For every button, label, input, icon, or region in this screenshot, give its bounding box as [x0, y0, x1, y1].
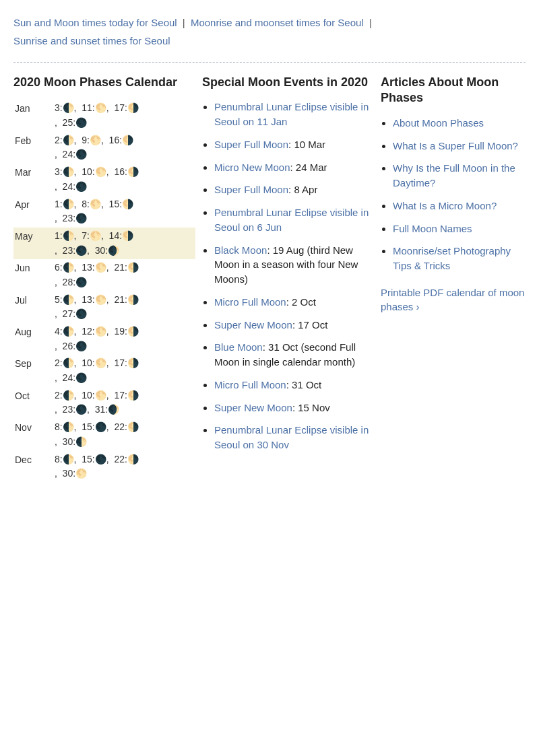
event-link[interactable]: Blue Moon	[214, 341, 263, 353]
event-link[interactable]: Penumbral Lunar Eclipse visible in Seoul…	[214, 101, 369, 127]
month-jul: Jul	[13, 291, 53, 323]
phases-dec: 8:🌓, 15:🌑, 22:🌗, 30:🌕	[53, 451, 195, 483]
list-item: Penumbral Lunar Eclipse visible in Seoul…	[214, 205, 374, 235]
phases-table: Jan 3:🌓, 11:🌕, 17:🌗, 25:🌑 Feb 2:🌓, 9:🌕, …	[13, 100, 195, 483]
month-may: May	[13, 228, 53, 259]
list-item: Moonrise/set Photography Tips & Tricks	[393, 244, 526, 273]
special-moon-events: Special Moon Events in 2020 Penumbral Lu…	[202, 75, 374, 460]
list-item: Blue Moon: 31 Oct (second Full Moon in s…	[214, 340, 374, 370]
phases-nov: 8:🌓, 15:🌑, 22:🌗, 30:🌓	[53, 419, 195, 450]
article-link-photography[interactable]: Moonrise/set Photography Tips & Tricks	[393, 245, 511, 271]
table-row: Jul 5:🌓, 13:🌕, 21:🌗, 27:🌑	[13, 291, 195, 323]
event-link[interactable]: Micro Full Moon	[214, 379, 286, 390]
calendar-title: 2020 Moon Phases Calendar	[13, 75, 195, 90]
list-item: Micro Full Moon: 2 Oct	[214, 295, 374, 310]
phases-apr: 1:🌓, 8:🌕, 15:🌗, 23:🌑	[53, 196, 195, 228]
table-row: Aug 4:🌓, 12:🌕, 19:🌗, 26:🌑	[13, 323, 195, 355]
month-jun: Jun	[13, 259, 53, 291]
event-link[interactable]: Super New Moon	[214, 319, 292, 331]
articles-title: Articles About Moon Phases	[381, 75, 526, 106]
top-link-sunrise[interactable]: Sunrise and sunset times for Seoul	[13, 35, 170, 46]
month-apr: Apr	[13, 196, 53, 228]
table-row: Dec 8:🌓, 15:🌑, 22:🌗, 30:🌕	[13, 451, 195, 483]
month-sep: Sep	[13, 355, 53, 386]
article-link-daytime[interactable]: Why Is the Full Moon in the Daytime?	[393, 162, 515, 188]
article-link-names[interactable]: Full Moon Names	[393, 223, 472, 234]
list-item: Full Moon Names	[393, 221, 526, 236]
table-row: Jan 3:🌓, 11:🌕, 17:🌗, 25:🌑	[13, 100, 195, 131]
month-jan: Jan	[13, 100, 53, 131]
event-link[interactable]: Black Moon	[214, 244, 267, 256]
month-oct: Oct	[13, 387, 53, 419]
phases-jan: 3:🌓, 11:🌕, 17:🌗, 25:🌑	[53, 100, 195, 131]
phases-may: 1:🌓, 7:🌕, 14:🌗, 23:🌑, 30:🌒	[53, 228, 195, 259]
phases-oct: 2:🌓, 10:🌕, 17:🌗, 23:🌑, 31:🌒	[53, 387, 195, 419]
events-title: Special Moon Events in 2020	[202, 75, 374, 90]
month-aug: Aug	[13, 323, 53, 355]
phases-jul: 5:🌓, 13:🌕, 21:🌗, 27:🌑	[53, 291, 195, 323]
main-grid: 2020 Moon Phases Calendar Jan 3:🌓, 11:🌕,…	[13, 75, 526, 483]
list-item: Super Full Moon: 10 Mar	[214, 137, 374, 152]
table-row: Feb 2:🌓, 9:🌕, 16:🌗, 24:🌑	[13, 132, 195, 164]
article-link-about[interactable]: About Moon Phases	[393, 117, 484, 129]
pdf-link[interactable]: Printable PDF calendar of moon phases ›	[381, 285, 526, 314]
list-item: Super New Moon: 17 Oct	[214, 318, 374, 333]
separator-2: |	[369, 17, 372, 28]
list-item: Super New Moon: 15 Nov	[214, 401, 374, 415]
list-item: Black Moon: 19 Aug (third New Moon in a …	[214, 243, 374, 287]
list-item: Penumbral Lunar Eclipse visible in Seoul…	[214, 100, 374, 129]
table-row: Mar 3:🌓, 10:🌕, 16:🌗, 24:🌑	[13, 164, 195, 195]
month-feb: Feb	[13, 132, 53, 164]
separator-1: |	[183, 17, 188, 28]
event-link[interactable]: Super Full Moon	[214, 139, 288, 150]
list-item: What Is a Micro Moon?	[393, 199, 526, 213]
event-link[interactable]: Super Full Moon	[214, 184, 288, 195]
event-link[interactable]: Micro New Moon	[214, 162, 290, 173]
table-row-highlight: May 1:🌓, 7:🌕, 14:🌗, 23:🌑, 30:🌒	[13, 228, 195, 259]
phases-mar: 3:🌓, 10:🌕, 16:🌗, 24:🌑	[53, 164, 195, 195]
phases-sep: 2:🌓, 10:🌕, 17:🌗, 24:🌑	[53, 355, 195, 386]
articles-list: About Moon Phases What Is a Super Full M…	[381, 116, 526, 273]
month-dec: Dec	[13, 451, 53, 483]
list-item: About Moon Phases	[393, 116, 526, 131]
table-row: Sep 2:🌓, 10:🌕, 17:🌗, 24:🌑	[13, 355, 195, 386]
article-link-super-full[interactable]: What Is a Super Full Moon?	[393, 140, 518, 151]
event-link[interactable]: Penumbral Lunar Eclipse visible in Seoul…	[214, 207, 369, 233]
table-row: Apr 1:🌓, 8:🌕, 15:🌗, 23:🌑	[13, 196, 195, 228]
table-row: Nov 8:🌓, 15:🌑, 22:🌗, 30:🌓	[13, 419, 195, 450]
list-item: Super Full Moon: 8 Apr	[214, 182, 374, 197]
phases-feb: 2:🌓, 9:🌕, 16:🌗, 24:🌑	[53, 132, 195, 164]
moon-phases-calendar: 2020 Moon Phases Calendar Jan 3:🌓, 11:🌕,…	[13, 75, 195, 483]
month-nov: Nov	[13, 419, 53, 450]
event-link[interactable]: Super New Moon	[214, 402, 292, 413]
event-link[interactable]: Micro Full Moon	[214, 296, 286, 308]
articles-section: Articles About Moon Phases About Moon Ph…	[381, 75, 526, 314]
event-link[interactable]: Penumbral Lunar Eclipse visible in Seoul…	[214, 424, 369, 450]
list-item: Micro Full Moon: 31 Oct	[214, 378, 374, 392]
list-item: Micro New Moon: 24 Mar	[214, 160, 374, 175]
arrow-icon: ›	[416, 301, 420, 312]
list-item: Penumbral Lunar Eclipse visible in Seoul…	[214, 423, 374, 452]
phases-jun: 6:🌓, 13:🌕, 21:🌗, 28:🌑	[53, 259, 195, 291]
list-item: Why Is the Full Moon in the Daytime?	[393, 161, 526, 191]
divider	[13, 62, 526, 63]
events-list: Penumbral Lunar Eclipse visible in Seoul…	[202, 100, 374, 452]
phases-aug: 4:🌓, 12:🌕, 19:🌗, 26:🌑	[53, 323, 195, 355]
top-link-moonrise[interactable]: Moonrise and moonset times for Seoul	[191, 17, 364, 28]
article-link-micro[interactable]: What Is a Micro Moon?	[393, 200, 497, 211]
table-row: Oct 2:🌓, 10:🌕, 17:🌗, 23:🌑, 31:🌒	[13, 387, 195, 419]
table-row: Jun 6:🌓, 13:🌕, 21:🌗, 28:🌑	[13, 259, 195, 291]
top-links: Sun and Moon times today for Seoul | Moo…	[13, 13, 526, 50]
top-link-sun-moon[interactable]: Sun and Moon times today for Seoul	[13, 17, 177, 28]
month-mar: Mar	[13, 164, 53, 195]
list-item: What Is a Super Full Moon?	[393, 139, 526, 153]
